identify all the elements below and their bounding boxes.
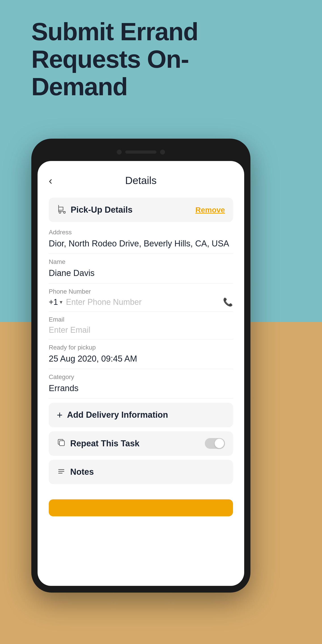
add-delivery-row[interactable]: + Add Delivery Information — [49, 403, 233, 427]
pickup-time-field: Ready for pickup 25 Aug 2020, 09:45 AM — [49, 340, 233, 369]
pickup-time-label: Ready for pickup — [49, 344, 233, 351]
phone-screen: ‹ Details — [38, 161, 244, 586]
email-label: Email — [49, 316, 233, 323]
notes-left: Notes — [57, 466, 94, 478]
pickup-icon — [57, 204, 67, 216]
address-field: Address Dior, North Rodeo Drive, Beverly… — [49, 224, 233, 254]
toggle-knob — [215, 439, 224, 448]
phone-label: Phone Number — [49, 288, 233, 295]
name-value[interactable]: Diane Davis — [49, 268, 233, 278]
form-container: Pick-Up Details Remove Address Dior, Nor… — [38, 193, 244, 492]
phone-icon: 📞 — [223, 298, 233, 307]
country-code-value: +1 — [49, 298, 58, 307]
notes-icon — [57, 466, 66, 478]
repeat-task-row[interactable]: Repeat This Task — [49, 431, 233, 456]
category-label: Category — [49, 374, 233, 380]
country-code-selector[interactable]: +1 ▾ — [49, 298, 62, 307]
speaker-bar — [125, 150, 156, 154]
app-content: ‹ Details — [38, 161, 244, 516]
name-label: Name — [49, 258, 233, 266]
back-button[interactable]: ‹ — [49, 174, 52, 187]
address-label: Address — [49, 229, 233, 236]
phone-outer: ‹ Details — [31, 139, 250, 592]
add-delivery-left: + Add Delivery Information — [57, 410, 168, 420]
name-field: Name Diane Davis — [49, 254, 233, 283]
repeat-task-left: Repeat This Task — [57, 438, 140, 449]
add-delivery-label: Add Delivery Information — [67, 410, 168, 420]
repeat-icon — [57, 438, 66, 449]
remove-button[interactable]: Remove — [196, 206, 225, 214]
repeat-task-label: Repeat This Task — [70, 439, 140, 448]
hero-title: Submit Errand Requests On-Demand — [31, 18, 210, 100]
pickup-section-title: Pick-Up Details — [71, 205, 132, 215]
camera-dot-2 — [160, 150, 165, 154]
phone-top-bar — [38, 145, 244, 159]
address-value[interactable]: Dior, North Rodeo Drive, Beverly Hills, … — [49, 238, 233, 249]
svg-rect-3 — [60, 441, 64, 446]
pickup-header-left: Pick-Up Details — [57, 204, 132, 216]
repeat-toggle[interactable] — [205, 438, 225, 449]
category-field: Category Errands — [49, 369, 233, 398]
phone-wrapper: ‹ Details — [31, 139, 250, 592]
app-header: ‹ Details — [38, 161, 244, 193]
pickup-time-value[interactable]: 25 Aug 2020, 09:45 AM — [49, 353, 233, 364]
phone-field: Phone Number +1 ▾ Enter Phone Number 📞 — [49, 284, 233, 312]
camera-dot — [117, 150, 122, 154]
notes-row[interactable]: Notes — [49, 460, 233, 484]
email-input[interactable]: Enter Email — [49, 325, 233, 335]
pickup-section-header: Pick-Up Details Remove — [49, 198, 233, 222]
submit-button[interactable] — [49, 499, 233, 516]
page-title: Details — [125, 174, 157, 186]
phone-input[interactable]: Enter Phone Number — [66, 298, 219, 307]
email-field: Email Enter Email — [49, 312, 233, 340]
phone-row: +1 ▾ Enter Phone Number 📞 — [49, 298, 233, 307]
category-value[interactable]: Errands — [49, 383, 233, 394]
notes-label: Notes — [70, 467, 94, 477]
chevron-down-icon: ▾ — [60, 299, 62, 305]
plus-icon: + — [57, 410, 62, 420]
